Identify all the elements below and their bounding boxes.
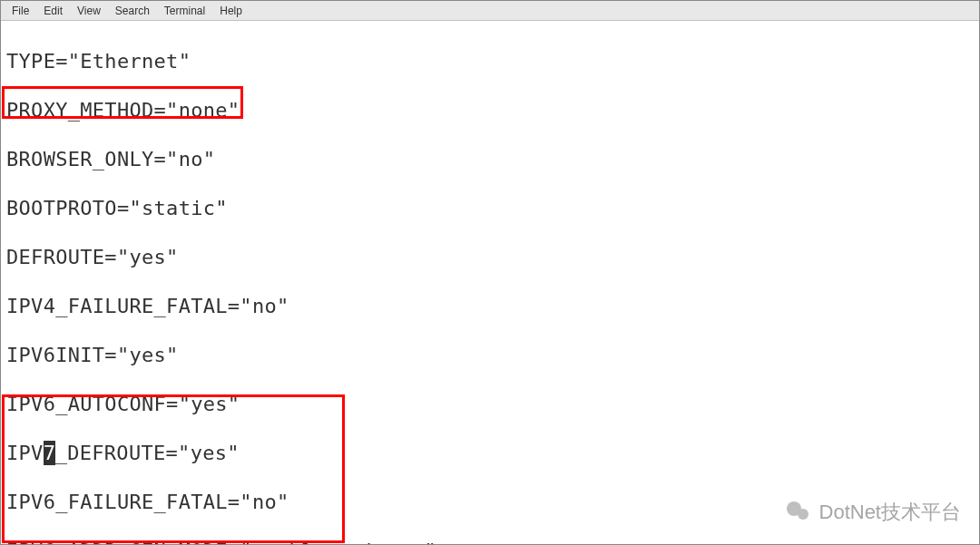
menu-view[interactable]: View xyxy=(70,5,108,17)
config-line: IPV4_FAILURE_FATAL="no" xyxy=(6,294,974,318)
line-suffix: _DEFROUTE="yes" xyxy=(55,442,240,464)
config-line: DEFROUTE="yes" xyxy=(6,245,974,269)
menu-edit[interactable]: Edit xyxy=(36,5,70,17)
menu-terminal[interactable]: Terminal xyxy=(157,5,212,17)
config-line: BROWSER_ONLY="no" xyxy=(6,147,974,171)
config-line: PROXY_METHOD="none" xyxy=(6,98,974,122)
cursor: 7 xyxy=(44,441,55,465)
config-line: BOOTPROTO="static" xyxy=(6,196,974,220)
config-line: IPV6_ADDR_GEN_MODE="stable-privacy" xyxy=(6,539,974,545)
config-line: TYPE="Ethernet" xyxy=(6,49,974,73)
config-line: IPV6_AUTOCONF="yes" xyxy=(6,392,974,416)
menu-help[interactable]: Help xyxy=(212,5,250,17)
menu-bar: File Edit View Search Terminal Help xyxy=(1,1,979,21)
watermark: DotNet技术平台 xyxy=(787,499,961,526)
menu-file[interactable]: File xyxy=(5,5,36,17)
config-line: IPV6INIT="yes" xyxy=(6,343,974,367)
wechat-icon xyxy=(787,500,812,525)
config-line: IPV7_DEFROUTE="yes" xyxy=(6,441,974,465)
watermark-text: DotNet技术平台 xyxy=(819,499,961,526)
line-prefix: IPV xyxy=(6,442,44,464)
editor-area[interactable]: TYPE="Ethernet" PROXY_METHOD="none" BROW… xyxy=(1,21,979,544)
menu-search[interactable]: Search xyxy=(108,5,157,17)
